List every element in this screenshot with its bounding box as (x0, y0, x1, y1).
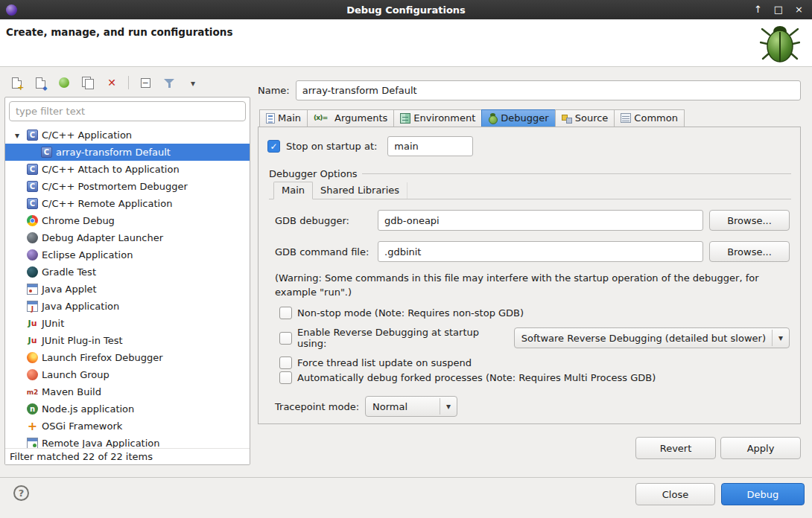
main-tab-icon (266, 113, 275, 124)
indent-spacer (11, 421, 23, 432)
tab-source[interactable]: Source (555, 109, 615, 127)
debugger-tab-icon (488, 113, 498, 124)
config-tree-panel: C/C++ Application array-transform Defaul… (4, 97, 250, 465)
config-tree: C/C++ Application array-transform Defaul… (5, 127, 250, 448)
window-maximize-button[interactable]: □ (774, 0, 783, 19)
force-thread-list-checkbox[interactable] (279, 356, 292, 369)
tree-item-java-application[interactable]: Java Application (5, 298, 250, 315)
tree-item-osgi-framework[interactable]: OSGi Framework (5, 418, 250, 435)
group-title: Debugger Options (269, 168, 358, 179)
tree-item-eclipse-application[interactable]: Eclipse Application (5, 246, 250, 263)
expander-icon[interactable] (11, 130, 23, 141)
tree-item-java-applet[interactable]: Java Applet (5, 281, 250, 298)
tree-item-chrome-debug[interactable]: Chrome Debug (5, 212, 250, 229)
gdb-command-file-browse-button[interactable]: Browse... (709, 241, 790, 262)
indent-spacer (11, 284, 23, 295)
reverse-debugging-selected-option: Software Reverse Debugging (detailed but… (521, 333, 766, 344)
window-close-button[interactable]: × (795, 0, 803, 19)
firefox-icon (27, 352, 38, 363)
tree-item-label: Launch Group (42, 369, 110, 380)
tree-item-cpp-application[interactable]: C/C++ Application (5, 127, 250, 144)
tab-arguments[interactable]: Arguments (307, 109, 394, 127)
filter-menu-button[interactable] (184, 74, 202, 92)
indent-spacer (11, 318, 23, 330)
tree-item-cpp-attach[interactable]: C/C++ Attach to Application (5, 161, 250, 178)
close-button[interactable]: Close (635, 483, 715, 505)
revert-button[interactable]: Revert (635, 437, 716, 459)
non-stop-mode-checkbox[interactable] (279, 307, 292, 319)
delete-configuration-button[interactable] (103, 74, 121, 92)
debug-button[interactable]: Debug (721, 483, 805, 505)
tab-environment[interactable]: Environment (393, 109, 482, 127)
tree-item-array-transform-default[interactable]: array-transform Default (5, 144, 250, 161)
gdb-debugger-label: GDB debugger: (275, 215, 378, 226)
gdb-debugger-browse-button[interactable]: Browse... (709, 210, 790, 231)
toolbar-separator (128, 76, 129, 89)
indent-spacer (11, 232, 23, 244)
export-configurations-button[interactable] (55, 74, 73, 92)
duplicate-icon (82, 77, 94, 89)
tab-debugger[interactable]: Debugger (481, 109, 555, 127)
tree-item-launch-firefox-debugger[interactable]: Launch Firefox Debugger (5, 349, 250, 366)
inner-tab-shared-libraries[interactable]: Shared Libraries (313, 182, 407, 199)
indent-spacer (11, 215, 23, 227)
tree-item-label: Java Applet (42, 284, 97, 295)
duplicate-configuration-button[interactable] (79, 74, 97, 92)
tree-item-debug-adapter-launcher[interactable]: Debug Adapter Launcher (5, 229, 250, 246)
common-tab-icon (621, 113, 631, 123)
tab-label: Environment (413, 112, 475, 124)
tab-common[interactable]: Common (614, 109, 685, 127)
tree-item-remote-java-application[interactable]: Remote Java Application (5, 435, 250, 448)
indent-spacer (11, 438, 23, 449)
tree-item-label: Node.js application (42, 403, 134, 415)
remote-java-icon (27, 438, 38, 448)
indent-spacer (11, 335, 23, 347)
source-tab-icon (562, 113, 572, 124)
indent-spacer (11, 198, 23, 210)
reverse-debugging-checkbox[interactable] (279, 332, 292, 345)
tree-item-label: Gradle Test (42, 266, 96, 278)
eclipse-icon (27, 249, 38, 260)
tree-item-junit[interactable]: JUnit (5, 315, 250, 332)
export-icon (59, 77, 69, 88)
window-restore-button[interactable]: ↑ (754, 0, 762, 19)
name-label: Name: (258, 85, 290, 96)
tree-item-label: Eclipse Application (42, 249, 133, 260)
config-tab-bar: Main Arguments Environment Debugger Sour… (258, 109, 801, 127)
tree-item-junit-plugin-test[interactable]: JUnit Plug-in Test (5, 332, 250, 349)
stop-on-startup-checkbox[interactable] (267, 140, 280, 153)
tree-item-nodejs-application[interactable]: Node.js application (5, 400, 250, 418)
apply-button[interactable]: Apply (720, 437, 801, 459)
gradle-icon (27, 266, 38, 278)
tree-item-launch-group[interactable]: Launch Group (5, 366, 250, 383)
filter-input[interactable] (9, 101, 246, 121)
indent-spacer (11, 249, 23, 261)
auto-debug-forked-label: Automatically debug forked processes (No… (297, 372, 656, 383)
collapse-all-button[interactable] (136, 74, 154, 92)
debugger-tab-panel: Stop on startup at: Debugger Options Mai… (258, 127, 801, 424)
tree-item-label: JUnit (42, 318, 64, 329)
name-input[interactable] (296, 80, 801, 100)
auto-debug-forked-checkbox[interactable] (279, 371, 292, 384)
indent-spacer (11, 352, 23, 364)
stop-on-startup-label: Stop on startup at: (286, 141, 377, 152)
filter-button[interactable] (160, 74, 178, 92)
tab-main[interactable]: Main (259, 109, 308, 127)
tracepoint-mode-select[interactable]: Normal (365, 396, 457, 417)
collapse-all-icon (141, 78, 150, 88)
tree-item-label: C/C++ Postmortem Debugger (42, 181, 188, 192)
help-button[interactable] (13, 485, 29, 501)
c-application-icon (27, 181, 38, 192)
tree-item-gradle-test[interactable]: Gradle Test (5, 263, 250, 281)
reverse-debugging-select[interactable]: Software Reverse Debugging (detailed but… (514, 327, 790, 348)
new-configuration-button[interactable] (7, 74, 25, 92)
tab-label: Common (634, 112, 678, 124)
new-prototype-button[interactable] (31, 74, 49, 92)
stop-on-startup-input[interactable] (387, 136, 473, 156)
gdb-command-file-input[interactable] (378, 241, 703, 262)
inner-tab-main[interactable]: Main (273, 182, 313, 199)
tree-item-cpp-remote[interactable]: C/C++ Remote Application (5, 195, 250, 212)
tree-item-cpp-postmortem[interactable]: C/C++ Postmortem Debugger (5, 178, 250, 195)
tree-item-maven-build[interactable]: Maven Build (5, 383, 250, 400)
gdb-debugger-input[interactable] (378, 210, 703, 231)
